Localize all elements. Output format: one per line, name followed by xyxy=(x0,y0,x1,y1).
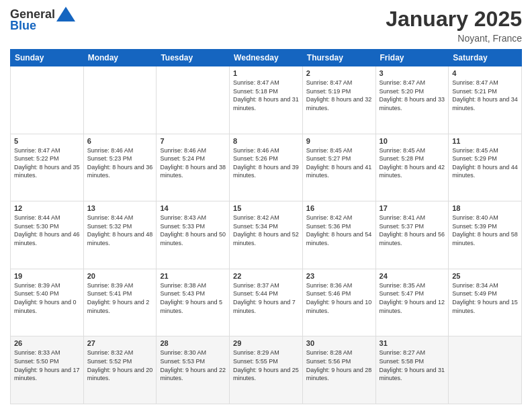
day-number: 21 xyxy=(160,272,226,280)
cell-content: Sunrise: 8:35 AMSunset: 5:47 PMDaylight:… xyxy=(380,281,445,315)
table-row: 18 Sunrise: 8:40 AMSunset: 5:39 PMDaylig… xyxy=(449,201,522,269)
cell-content: Sunrise: 8:47 AMSunset: 5:22 PMDaylight:… xyxy=(14,146,80,180)
day-number: 5 xyxy=(14,137,80,145)
cell-content: Sunrise: 8:47 AMSunset: 5:19 PMDaylight:… xyxy=(306,79,372,112)
header-thursday: Thursday xyxy=(302,50,375,66)
table-row: 4 Sunrise: 8:47 AMSunset: 5:21 PMDayligh… xyxy=(449,66,522,134)
cell-content: Sunrise: 8:42 AMSunset: 5:34 PMDaylight:… xyxy=(233,214,299,247)
cell-content: Sunrise: 8:41 AMSunset: 5:37 PMDaylight:… xyxy=(380,214,445,247)
cell-content: Sunrise: 8:34 AMSunset: 5:49 PMDaylight:… xyxy=(452,281,518,315)
table-row: 6 Sunrise: 8:46 AMSunset: 5:23 PMDayligh… xyxy=(83,134,157,201)
table-row: 20 Sunrise: 8:39 AMSunset: 5:41 PMDaylig… xyxy=(83,269,157,336)
calendar-header-row: Sunday Monday Tuesday Wednesday Thursday… xyxy=(11,50,522,66)
table-row: 28 Sunrise: 8:30 AMSunset: 5:53 PMDaylig… xyxy=(157,336,230,404)
cell-content: Sunrise: 8:39 AMSunset: 5:41 PMDaylight:… xyxy=(87,281,153,315)
day-number: 16 xyxy=(306,204,372,212)
table-row: 1 Sunrise: 8:47 AMSunset: 5:18 PMDayligh… xyxy=(230,66,303,134)
day-number: 2 xyxy=(306,69,372,77)
table-row xyxy=(83,66,157,134)
cell-content: Sunrise: 8:37 AMSunset: 5:44 PMDaylight:… xyxy=(233,281,299,315)
day-number: 17 xyxy=(380,204,445,212)
cell-content: Sunrise: 8:45 AMSunset: 5:28 PMDaylight:… xyxy=(380,146,445,180)
day-number: 27 xyxy=(87,339,153,347)
day-number: 1 xyxy=(233,69,299,77)
day-number: 6 xyxy=(87,137,153,145)
logo-icon xyxy=(56,7,75,21)
table-row: 31 Sunrise: 8:27 AMSunset: 5:58 PMDaylig… xyxy=(375,336,449,404)
calendar-week-1: 1 Sunrise: 8:47 AMSunset: 5:18 PMDayligh… xyxy=(11,66,522,134)
cell-content: Sunrise: 8:28 AMSunset: 5:56 PMDaylight:… xyxy=(306,349,372,382)
location-title: Noyant, France xyxy=(386,33,522,44)
page: General Blue January 2025 Noyant, France… xyxy=(0,0,532,411)
day-number: 19 xyxy=(14,272,80,280)
table-row xyxy=(11,66,84,134)
table-row: 9 Sunrise: 8:45 AMSunset: 5:27 PMDayligh… xyxy=(302,134,375,201)
table-row: 13 Sunrise: 8:44 AMSunset: 5:32 PMDaylig… xyxy=(83,201,157,269)
table-row: 19 Sunrise: 8:39 AMSunset: 5:40 PMDaylig… xyxy=(11,269,84,336)
header-sunday: Sunday xyxy=(11,50,84,66)
table-row: 15 Sunrise: 8:42 AMSunset: 5:34 PMDaylig… xyxy=(230,201,303,269)
day-number: 7 xyxy=(160,137,226,145)
day-number: 24 xyxy=(380,272,445,280)
day-number: 20 xyxy=(87,272,153,280)
day-number: 30 xyxy=(306,339,372,347)
day-number: 14 xyxy=(160,204,226,212)
title-block: January 2025 Noyant, France xyxy=(386,7,522,44)
cell-content: Sunrise: 8:46 AMSunset: 5:26 PMDaylight:… xyxy=(233,146,299,180)
cell-content: Sunrise: 8:39 AMSunset: 5:40 PMDaylight:… xyxy=(14,281,80,315)
table-row: 23 Sunrise: 8:36 AMSunset: 5:46 PMDaylig… xyxy=(302,269,375,336)
table-row xyxy=(449,336,522,404)
day-number: 25 xyxy=(452,272,518,280)
header-wednesday: Wednesday xyxy=(230,50,303,66)
table-row: 2 Sunrise: 8:47 AMSunset: 5:19 PMDayligh… xyxy=(302,66,375,134)
cell-content: Sunrise: 8:45 AMSunset: 5:27 PMDaylight:… xyxy=(306,146,372,180)
cell-content: Sunrise: 8:47 AMSunset: 5:21 PMDaylight:… xyxy=(452,79,518,112)
day-number: 8 xyxy=(233,137,299,145)
day-number: 23 xyxy=(306,272,372,280)
cell-content: Sunrise: 8:45 AMSunset: 5:29 PMDaylight:… xyxy=(452,146,518,180)
table-row: 8 Sunrise: 8:46 AMSunset: 5:26 PMDayligh… xyxy=(230,134,303,201)
day-number: 22 xyxy=(233,272,299,280)
day-number: 18 xyxy=(452,204,518,212)
cell-content: Sunrise: 8:30 AMSunset: 5:53 PMDaylight:… xyxy=(160,349,226,382)
day-number: 31 xyxy=(380,339,445,347)
cell-content: Sunrise: 8:33 AMSunset: 5:50 PMDaylight:… xyxy=(14,349,80,382)
cell-content: Sunrise: 8:46 AMSunset: 5:23 PMDaylight:… xyxy=(87,146,153,180)
svg-marker-0 xyxy=(56,7,75,21)
cell-content: Sunrise: 8:44 AMSunset: 5:32 PMDaylight:… xyxy=(87,214,153,247)
cell-content: Sunrise: 8:43 AMSunset: 5:33 PMDaylight:… xyxy=(160,214,226,247)
day-number: 13 xyxy=(87,204,153,212)
day-number: 11 xyxy=(452,137,518,145)
cell-content: Sunrise: 8:42 AMSunset: 5:36 PMDaylight:… xyxy=(306,214,372,247)
table-row: 16 Sunrise: 8:42 AMSunset: 5:36 PMDaylig… xyxy=(302,201,375,269)
cell-content: Sunrise: 8:29 AMSunset: 5:55 PMDaylight:… xyxy=(233,349,299,382)
table-row xyxy=(157,66,230,134)
calendar-week-2: 5 Sunrise: 8:47 AMSunset: 5:22 PMDayligh… xyxy=(11,134,522,201)
table-row: 5 Sunrise: 8:47 AMSunset: 5:22 PMDayligh… xyxy=(11,134,84,201)
header-saturday: Saturday xyxy=(449,50,522,66)
calendar-week-3: 12 Sunrise: 8:44 AMSunset: 5:30 PMDaylig… xyxy=(11,201,522,269)
header-friday: Friday xyxy=(375,50,449,66)
table-row: 12 Sunrise: 8:44 AMSunset: 5:30 PMDaylig… xyxy=(11,201,84,269)
table-row: 24 Sunrise: 8:35 AMSunset: 5:47 PMDaylig… xyxy=(375,269,449,336)
cell-content: Sunrise: 8:36 AMSunset: 5:46 PMDaylight:… xyxy=(306,281,372,315)
logo-blue-text: Blue xyxy=(10,19,36,33)
table-row: 30 Sunrise: 8:28 AMSunset: 5:56 PMDaylig… xyxy=(302,336,375,404)
day-number: 3 xyxy=(380,69,445,77)
day-number: 10 xyxy=(380,137,445,145)
table-row: 10 Sunrise: 8:45 AMSunset: 5:28 PMDaylig… xyxy=(375,134,449,201)
table-row: 11 Sunrise: 8:45 AMSunset: 5:29 PMDaylig… xyxy=(449,134,522,201)
cell-content: Sunrise: 8:38 AMSunset: 5:43 PMDaylight:… xyxy=(160,281,226,315)
cell-content: Sunrise: 8:40 AMSunset: 5:39 PMDaylight:… xyxy=(452,214,518,247)
month-title: January 2025 xyxy=(386,7,522,32)
table-row: 25 Sunrise: 8:34 AMSunset: 5:49 PMDaylig… xyxy=(449,269,522,336)
cell-content: Sunrise: 8:46 AMSunset: 5:24 PMDaylight:… xyxy=(160,146,226,180)
table-row: 27 Sunrise: 8:32 AMSunset: 5:52 PMDaylig… xyxy=(83,336,157,404)
table-row: 22 Sunrise: 8:37 AMSunset: 5:44 PMDaylig… xyxy=(230,269,303,336)
day-number: 28 xyxy=(160,339,226,347)
cell-content: Sunrise: 8:44 AMSunset: 5:30 PMDaylight:… xyxy=(14,214,80,247)
day-number: 9 xyxy=(306,137,372,145)
cell-content: Sunrise: 8:47 AMSunset: 5:18 PMDaylight:… xyxy=(233,79,299,112)
header-tuesday: Tuesday xyxy=(157,50,230,66)
day-number: 15 xyxy=(233,204,299,212)
